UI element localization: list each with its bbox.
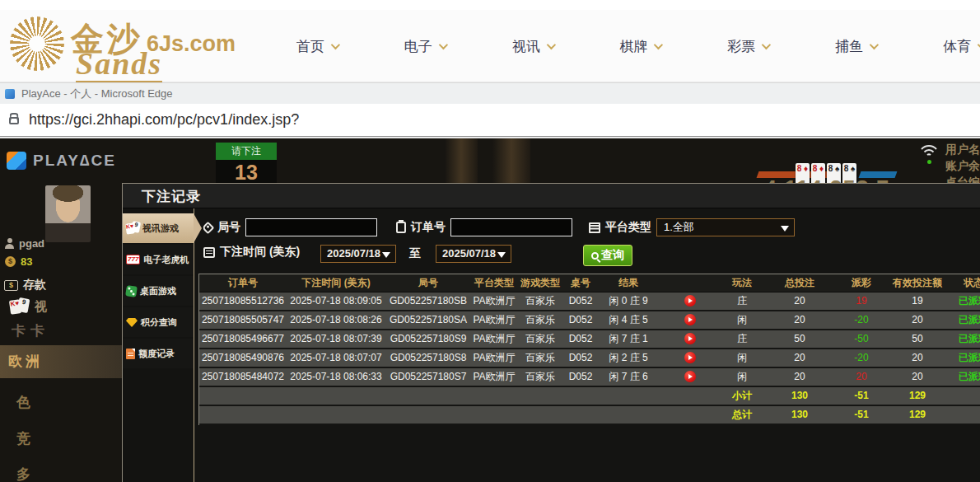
logo-script: Sands — [76, 48, 162, 83]
deposit-icon: $ — [4, 280, 18, 291]
round-input[interactable] — [245, 218, 377, 236]
table-row: 2507180855127362025-07-18 08:09:05GD0522… — [199, 292, 980, 311]
nav-item-4[interactable]: 彩票 — [727, 37, 768, 56]
chevron-down-icon — [870, 40, 879, 49]
cell-payout: -20 — [837, 349, 886, 367]
replay-play-icon[interactable] — [684, 333, 696, 344]
column-header-play-type: 玩法 — [721, 274, 763, 292]
playace-brand: PLAY∆CE — [33, 152, 116, 170]
grand-total-row-bet-time — [287, 406, 385, 424]
url-text[interactable]: https://gci.2hhapi.com/pc/pcv1/index.jsp… — [29, 111, 299, 129]
subtotal-row-round-id — [385, 387, 471, 405]
menu-item-kk[interactable]: 卡卡 — [12, 321, 49, 340]
playace-logo: PLAY∆CE — [7, 152, 116, 170]
cell-payout: -50 — [837, 330, 886, 348]
date-to-picker[interactable]: 2025/07/18 — [436, 245, 511, 263]
tab-quota-records[interactable]: 额度记录 — [123, 339, 194, 368]
video-menu-item[interactable]: K♥ 9 视 — [10, 298, 47, 315]
column-header-order-id: 订单号 — [199, 274, 287, 292]
lock-icon — [9, 117, 19, 124]
cell-valid-bet: 20 — [886, 368, 949, 386]
cell-valid-bet: 20 — [886, 311, 949, 329]
cell-platform: PA欧洲厅 — [471, 330, 517, 348]
cards-icon: K♥ 9 — [126, 222, 139, 235]
clipboard-icon — [396, 222, 406, 233]
subtotal-row-result — [598, 387, 659, 405]
cell-game-type: 百家乐 — [517, 349, 563, 367]
cell-play-type: 庄 — [721, 330, 763, 348]
cell-replay — [659, 349, 721, 367]
subtotal-row-order-id — [199, 387, 287, 405]
modal-titlebar: 下注记录 — [123, 184, 980, 208]
edge-favicon-icon — [5, 89, 15, 99]
menu-item-europe[interactable]: 欧洲 — [0, 345, 122, 378]
cell-payout: 20 — [837, 368, 886, 386]
cell-platform: PA欧洲厅 — [471, 292, 517, 310]
column-header-bet-time: 下注时间 (美东) — [287, 274, 385, 292]
menu-item-duo[interactable]: 多 — [16, 465, 30, 482]
replay-play-icon[interactable] — [684, 371, 696, 382]
to-label-wrap: 至 — [409, 246, 421, 261]
grand-total-row-replay — [659, 406, 721, 424]
column-header-status: 状态 — [949, 274, 980, 292]
grand-total-row-valid-bet: 129 — [886, 406, 949, 424]
cell-bet-time: 2025-07-18 08:08:26 — [287, 311, 385, 329]
cell-platform: PA欧洲厅 — [471, 311, 517, 329]
menu-item-jing[interactable]: 竞 — [16, 429, 30, 448]
column-header-table-id: 桌号 — [563, 274, 598, 292]
cell-replay — [659, 368, 721, 386]
nav-item-5[interactable]: 捕鱼 — [835, 37, 876, 56]
menu-item-se[interactable]: 色 — [16, 393, 30, 412]
bet-records-modal: 下注记录 K♥ 9 视讯游戏 777 电子老虎机 桌面游戏 积分查询 — [122, 183, 980, 482]
cell-order-id: 250718085484072 — [199, 368, 287, 386]
browser-titlebar: PlayAce - 个人 - Microsoft Edge — [0, 82, 980, 104]
order-input[interactable] — [450, 218, 572, 236]
grand-total-row-order-id — [199, 406, 287, 424]
address-bar[interactable]: https://gci.2hhapi.com/pc/pcv1/index.jsp… — [0, 104, 980, 137]
cell-replay — [659, 292, 721, 310]
cell-payout: -20 — [837, 311, 886, 329]
cell-total-bet: 20 — [763, 349, 837, 367]
nav-item-1[interactable]: 电子 — [404, 37, 446, 56]
nav-item-3[interactable]: 棋牌 — [619, 37, 660, 56]
cell-valid-bet: 50 — [886, 330, 949, 348]
bet-records-table: 订单号下注时间 (美东)局号平台类型游戏类型桌号结果玩法总投注派彩有效投注额状态… — [198, 274, 980, 425]
deposit-button[interactable]: $ 存款 — [4, 278, 46, 292]
chevron-down-icon — [439, 40, 448, 49]
replay-play-icon[interactable] — [684, 295, 696, 307]
cell-result: 闲 7 庄 1 — [598, 330, 659, 348]
cell-status: 已派彩 — [949, 311, 980, 329]
tab-table-games[interactable]: 桌面游戏 — [123, 276, 194, 306]
cell-bet-time: 2025-07-18 08:09:05 — [287, 292, 385, 310]
slot-777-icon: 777 — [126, 255, 140, 264]
search-button[interactable]: 查询 — [583, 245, 632, 266]
cell-platform: PA欧洲厅 — [471, 368, 517, 386]
cell-bet-time: 2025-07-18 08:06:33 — [287, 368, 385, 386]
nav-item-0[interactable]: 首页 — [296, 37, 338, 56]
grand-total-row-result — [598, 406, 659, 424]
screen: 金沙 6Js.com Sands 首页电子视讯棋牌彩票捕鱼体育 PlayAce … — [0, 0, 980, 482]
search-icon — [591, 252, 599, 260]
platform-select[interactable]: 1.全部 — [656, 218, 795, 236]
person-icon — [5, 244, 14, 249]
tab-points-query[interactable]: 积分查询 — [123, 307, 194, 337]
tab-slots[interactable]: 777 电子老虎机 — [123, 245, 194, 274]
table-row: 2507180854966772025-07-18 08:07:39GD0522… — [199, 330, 980, 349]
replay-play-icon[interactable] — [684, 352, 696, 363]
cards-icon: K♥ 9 — [10, 298, 30, 315]
replay-play-icon[interactable] — [684, 314, 696, 325]
decor-pillar — [445, 138, 478, 185]
cell-play-type: 庄 — [721, 292, 763, 310]
column-header-payout: 派彩 — [837, 274, 886, 292]
table-header-row: 订单号下注时间 (美东)局号平台类型游戏类型桌号结果玩法总投注派彩有效投注额状态 — [199, 274, 980, 292]
tab-video-games[interactable]: K♥ 9 视讯游戏 — [123, 213, 194, 243]
nav-item-2[interactable]: 视讯 — [512, 37, 553, 56]
grand-total-row-round-id — [385, 406, 471, 424]
cell-result: 闲 2 庄 5 — [598, 349, 659, 367]
window-title: PlayAce - 个人 - Microsoft Edge — [21, 87, 173, 101]
cell-order-id: 250718085505747 — [199, 311, 287, 329]
date-from-picker[interactable]: 2025/07/18 — [320, 245, 396, 263]
nav-item-6[interactable]: 体育 — [943, 37, 980, 56]
cell-bet-time: 2025-07-18 08:07:07 — [287, 349, 385, 367]
cell-play-type: 闲 — [721, 311, 763, 329]
